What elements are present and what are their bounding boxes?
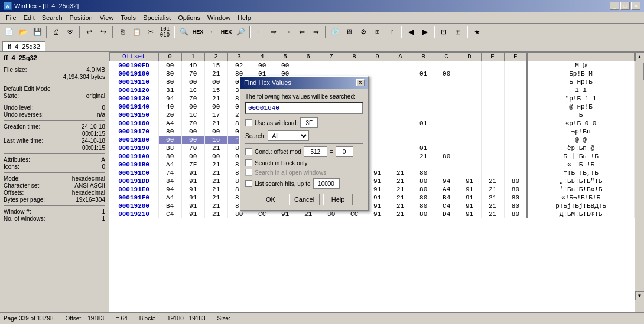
undo-icon[interactable]: ↩	[83, 25, 96, 38]
hex-cell[interactable]: 17	[204, 111, 227, 119]
menu-file[interactable]: File	[2, 13, 20, 22]
hex-cell[interactable]: 80	[227, 210, 251, 218]
hex-cell[interactable]: 80	[504, 185, 527, 194]
hex-cell[interactable]: 70	[181, 94, 204, 103]
hex-cell[interactable]: 00	[181, 127, 204, 136]
hex-cell[interactable]	[435, 86, 458, 94]
help-button[interactable]: Help	[323, 194, 353, 205]
hex-cell[interactable]: B8	[158, 144, 181, 152]
print-icon[interactable]: 🖨	[50, 25, 63, 38]
hex-cell[interactable]	[481, 111, 504, 119]
hex-cell[interactable]	[389, 94, 412, 103]
hex-cell[interactable]	[435, 111, 458, 119]
hex-cell[interactable]: B4	[435, 194, 458, 202]
hex-cell[interactable]: B4	[158, 202, 181, 210]
hex-cell[interactable]: 80	[504, 194, 527, 202]
hex-cell[interactable]	[458, 127, 481, 136]
hex-cell[interactable]	[389, 103, 412, 111]
hex-cell[interactable]: 21	[481, 177, 504, 185]
menu-specialist[interactable]: Specialist	[139, 13, 174, 22]
tab-ff-4-25q32[interactable]: ff_4_25q32	[2, 41, 45, 51]
hex-cell[interactable]	[389, 111, 412, 119]
hex-cell[interactable]	[504, 127, 527, 136]
hex-cell[interactable]: 70	[181, 70, 204, 78]
hex-cell[interactable]: 1C	[181, 111, 204, 119]
hex-cell[interactable]: 00	[181, 103, 204, 111]
hex-cell[interactable]: 00	[435, 70, 458, 78]
hex-cell[interactable]	[481, 161, 504, 169]
dialog-close-button[interactable]: ✕	[356, 79, 365, 86]
hex-cell[interactable]	[389, 152, 412, 161]
hex-cell[interactable]: 00	[204, 78, 227, 86]
cond-offset-checkbox[interactable]	[245, 148, 252, 155]
hex-cell[interactable]	[504, 119, 527, 127]
hex-cell[interactable]: 01	[412, 70, 435, 78]
hex-cell[interactable]: 00	[158, 136, 181, 144]
hex-cell[interactable]	[435, 61, 458, 70]
hex-cell[interactable]	[481, 86, 504, 94]
hex-icon[interactable]: HEX	[191, 25, 204, 38]
hex-cell[interactable]: 21	[204, 144, 227, 152]
hex-cell[interactable]: 80	[158, 152, 181, 161]
hex-cell[interactable]: 21	[204, 161, 227, 169]
hex-cell[interactable]	[366, 61, 389, 70]
hex-cell[interactable]	[412, 94, 435, 103]
hex-cell[interactable]	[458, 169, 481, 177]
hex-cell[interactable]: 16	[204, 136, 227, 144]
hex-cell[interactable]: 00	[274, 61, 297, 70]
hex-cell[interactable]: 20	[158, 111, 181, 119]
next-nav-icon[interactable]: ▶	[418, 25, 431, 38]
hex-cell[interactable]: 00	[251, 61, 274, 70]
hex-cell[interactable]: 21	[389, 169, 412, 177]
hex-cell[interactable]: 01	[412, 119, 435, 127]
hex-cell[interactable]	[343, 61, 366, 70]
hex-cell[interactable]	[504, 169, 527, 177]
right-arrow-icon[interactable]: →	[281, 25, 294, 38]
hex-cell[interactable]	[504, 111, 527, 119]
hex-cell[interactable]: CC	[343, 210, 366, 218]
hex-cell[interactable]: 91	[458, 210, 481, 218]
hex-cell[interactable]	[297, 61, 320, 70]
hex-cell[interactable]: 91	[458, 185, 481, 194]
menu-view[interactable]: View	[96, 13, 118, 22]
special2-icon[interactable]: ★	[470, 25, 483, 38]
hex-cell[interactable]: 21	[481, 194, 504, 202]
hex-cell[interactable]: 94	[158, 185, 181, 194]
hex-cell[interactable]: 21	[204, 119, 227, 127]
hex-cell[interactable]	[481, 61, 504, 70]
hex-cell[interactable]: 21	[204, 185, 227, 194]
hex-cell[interactable]	[458, 119, 481, 127]
tile-icon[interactable]: ⊞	[451, 25, 464, 38]
left-arrow2-icon[interactable]: ⇐	[295, 25, 308, 38]
hex-cell[interactable]: 80	[504, 210, 527, 218]
hex-cell[interactable]: 21	[389, 210, 412, 218]
hex-cell[interactable]: 21	[204, 70, 227, 78]
hex-input[interactable]	[245, 102, 363, 114]
hex-cell[interactable]: 00	[204, 127, 227, 136]
hex-cell[interactable]: A4	[435, 185, 458, 194]
new-file-icon[interactable]: 📄	[2, 25, 15, 38]
hex-cell[interactable]	[458, 136, 481, 144]
copy-icon[interactable]: ⎘	[116, 25, 129, 38]
hex-cell[interactable]: C4	[435, 202, 458, 210]
hex-cell[interactable]: 21	[204, 177, 227, 185]
disk-icon[interactable]: 💿	[328, 25, 341, 38]
hex-cell[interactable]	[458, 152, 481, 161]
hex-cell[interactable]: A4	[158, 194, 181, 202]
hex-cell[interactable]: 21	[481, 210, 504, 218]
hex-cell[interactable]: 91	[181, 177, 204, 185]
menu-options[interactable]: Options	[174, 13, 204, 22]
hex-cell[interactable]: 91	[181, 202, 204, 210]
hex-cell[interactable]: 91	[274, 210, 297, 218]
save-file-icon[interactable]: 💾	[31, 25, 44, 38]
hex-cell[interactable]	[504, 61, 527, 70]
hex-cell[interactable]	[389, 161, 412, 169]
window-controls[interactable]: _ □ ✕	[610, 2, 640, 10]
all-windows-checkbox[interactable]	[245, 169, 252, 176]
hex-cell[interactable]	[458, 94, 481, 103]
hex-cell[interactable]: 84	[158, 177, 181, 185]
hex-cell[interactable]: 80	[158, 70, 181, 78]
hex-cell[interactable]: 80	[504, 202, 527, 210]
hex-cell[interactable]: 21	[297, 210, 320, 218]
menu-edit[interactable]: Edit	[20, 13, 38, 22]
